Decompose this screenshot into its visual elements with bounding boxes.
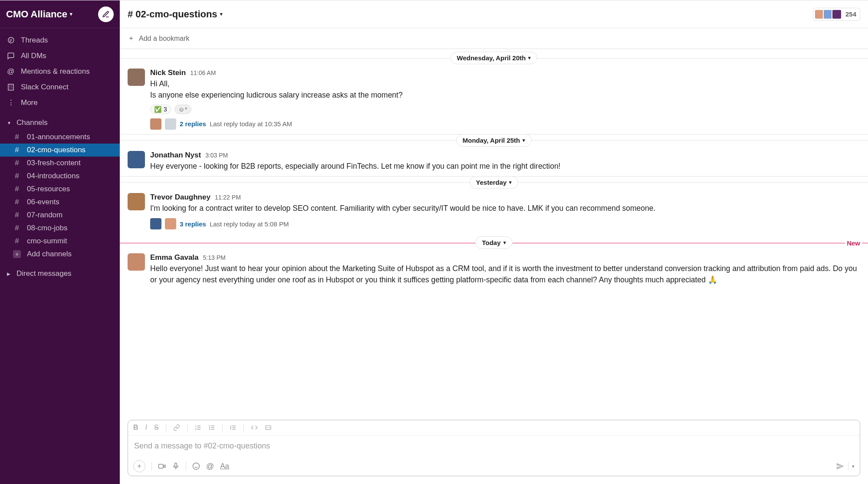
avatar[interactable] — [128, 253, 145, 271]
nav-more-label: More — [21, 98, 38, 108]
plus-icon: + — [13, 250, 21, 258]
compose-icon — [102, 10, 110, 18]
nav-threads[interactable]: Threads — [0, 33, 120, 48]
message-input[interactable]: Send a message to #02-cmo-questions — [128, 435, 860, 457]
members-button[interactable]: 254 — [813, 8, 860, 21]
reaction-count: 3 — [164, 106, 167, 113]
date-separator: Monday, April 25th ▾ — [120, 134, 868, 147]
channel-item[interactable]: #04-introductions — [0, 170, 120, 183]
message-author[interactable]: Jonathan Nyst — [150, 151, 201, 160]
emoji-button[interactable] — [192, 462, 200, 470]
hash-icon: # — [13, 146, 21, 154]
chevron-down-icon: ▾ — [509, 180, 512, 185]
date-pill[interactable]: Wednesday, April 20th ▾ — [450, 52, 538, 64]
channel-item[interactable]: #07-random — [0, 209, 120, 222]
nav-all-dms[interactable]: All DMs — [0, 48, 120, 64]
channel-name: 02-cmo-questions — [27, 146, 85, 154]
member-avatars — [814, 9, 842, 20]
channel-name: 07-random — [27, 211, 62, 219]
mic-button[interactable] — [172, 462, 180, 470]
avatar[interactable] — [128, 151, 145, 168]
date-pill[interactable]: Yesterday ▾ — [470, 176, 519, 189]
dms-section-header[interactable]: ▶ Direct messages — [0, 266, 120, 281]
channel-item[interactable]: #cmo-summit — [0, 235, 120, 248]
message-author[interactable]: Trevor Daughney — [150, 193, 210, 202]
composer: B I S Send a message to #02-cmo-question… — [128, 420, 860, 476]
channel-item[interactable]: #01-announcements — [0, 131, 120, 144]
message-feed[interactable]: Wednesday, April 20th ▾ Nick Stein 11:06… — [120, 49, 868, 420]
date-label: Today — [482, 239, 500, 246]
building-icon — [7, 83, 15, 91]
date-pill[interactable]: Monday, April 25th ▾ — [456, 134, 532, 147]
thread-summary[interactable]: 2 replies Last reply today at 10:35 AM — [150, 118, 860, 130]
channel-item[interactable]: #06-events — [0, 196, 120, 209]
message-text: Hello everyone! Just want to hear your o… — [150, 263, 860, 286]
avatar — [165, 218, 176, 229]
message: Trevor Daughney 11:22 PM I'm looking for… — [120, 189, 868, 234]
format-toggle-button[interactable]: Aa — [220, 462, 229, 471]
nav-mentions-label: Mentions & reactions — [21, 66, 90, 77]
channel-title-button[interactable]: # 02-cmo-questions ▾ — [128, 9, 223, 20]
add-reaction[interactable]: ☺⁺ — [174, 105, 191, 114]
message: Nick Stein 11:06 AM Hi All, Is anyone el… — [120, 64, 868, 134]
dms-label: Direct messages — [16, 269, 72, 278]
date-label: Yesterday — [476, 179, 507, 186]
bold-button[interactable]: B — [133, 424, 138, 432]
workspace-name: CMO Alliance — [6, 9, 67, 20]
date-pill[interactable]: Today ▾ — [475, 236, 512, 249]
hash-icon: # — [13, 237, 21, 245]
last-reply: Last reply today at 10:35 AM — [210, 120, 292, 128]
format-toolbar: B I S — [128, 420, 860, 435]
ordered-list-button[interactable] — [194, 424, 201, 431]
code-button[interactable] — [251, 424, 258, 431]
channel-item[interactable]: #08-cmo-jobs — [0, 222, 120, 235]
chevron-down-icon: ▾ — [503, 240, 506, 245]
bullet-list-button[interactable] — [208, 424, 215, 431]
strike-button[interactable]: S — [154, 424, 159, 432]
caret-down-icon: ▼ — [7, 121, 12, 125]
channel-name: 05-resources — [27, 185, 70, 193]
svg-rect-5 — [159, 464, 164, 468]
date-label: Monday, April 25th — [463, 137, 520, 144]
italic-button[interactable]: I — [145, 424, 147, 432]
hash-icon: # — [13, 159, 21, 167]
member-count: 254 — [845, 10, 856, 18]
message-time: 11:22 PM — [215, 194, 241, 201]
add-channels[interactable]: +Add channels — [0, 248, 120, 261]
message-time: 5:13 PM — [203, 254, 226, 261]
nav-slack-connect[interactable]: Slack Connect — [0, 79, 120, 95]
nav-mentions[interactable]: @ Mentions & reactions — [0, 64, 120, 79]
nav-more[interactable]: ⋮ More — [0, 95, 120, 111]
channel-item[interactable]: #05-resources — [0, 183, 120, 196]
message-author[interactable]: Nick Stein — [150, 69, 186, 77]
compose-button[interactable] — [98, 7, 114, 22]
workspace-switcher[interactable]: CMO Alliance ▾ — [6, 9, 72, 20]
message-author[interactable]: Emma Gavala — [150, 253, 199, 262]
video-button[interactable] — [158, 462, 166, 470]
mention-button[interactable]: @ — [206, 462, 214, 471]
avatar[interactable] — [128, 69, 145, 86]
message-time: 11:06 AM — [190, 69, 216, 76]
channel-item[interactable]: #02-cmo-questions — [0, 144, 120, 157]
avatar[interactable] — [128, 193, 145, 210]
attach-button[interactable]: + — [133, 460, 145, 472]
sidebar: CMO Alliance ▾ Threads All DMs @ Mention… — [0, 0, 120, 484]
send-button[interactable] — [836, 462, 845, 471]
thread-summary[interactable]: 3 replies Last reply today at 5:08 PM — [150, 218, 860, 229]
channel-name: 06-events — [27, 198, 59, 206]
add-bookmark[interactable]: Add a bookmark — [139, 35, 190, 43]
channels-section-header[interactable]: ▼ Channels — [0, 115, 120, 131]
link-button[interactable] — [173, 424, 180, 431]
svg-point-3 — [209, 429, 210, 429]
date-separator: Yesterday ▾ — [120, 176, 868, 189]
replies-count: 3 replies — [180, 220, 206, 228]
codeblock-button[interactable] — [265, 424, 272, 431]
channel-item[interactable]: #03-fresh-content — [0, 157, 120, 170]
last-reply: Last reply today at 5:08 PM — [210, 220, 289, 228]
blockquote-button[interactable] — [230, 424, 237, 431]
reaction[interactable]: ✅ 3 — [150, 105, 171, 114]
chevron-down-icon: ▾ — [220, 11, 223, 17]
channel-name: 04-introductions — [27, 172, 79, 180]
channel-header: # 02-cmo-questions ▾ 254 — [120, 0, 868, 28]
send-options-button[interactable]: ▾ — [852, 464, 855, 469]
